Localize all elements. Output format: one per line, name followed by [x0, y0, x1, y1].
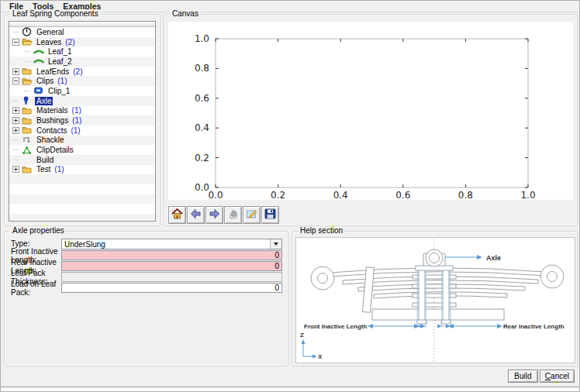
ubolt-rod: [443, 269, 449, 323]
collapse-icon[interactable]: [12, 77, 19, 84]
prop-row-load-on-leaf-pack: Load on Leaf Pack:0: [11, 283, 282, 293]
tree-item-clips[interactable]: Clips(1): [9, 76, 155, 86]
entry-leaf-pack-thickness: [61, 272, 282, 282]
tree-connector: [12, 32, 19, 33]
front-inactive-length-label: Front Inactive Length: [304, 323, 367, 330]
canvas-panel-title: Canvas: [170, 9, 201, 19]
window-bottom-edge: [1, 387, 579, 392]
axle-label: Axle: [486, 254, 501, 262]
combobox-dropdown-button[interactable]: [270, 239, 281, 249]
tree-item-count: (2): [65, 38, 74, 46]
save-icon: [264, 208, 276, 222]
tree-item-bushings[interactable]: Bushings(1): [9, 115, 155, 126]
power-icon: [22, 27, 33, 36]
y-tick-label: 0.8: [183, 64, 209, 73]
back-button[interactable]: [187, 206, 205, 224]
tree-column-heading: [9, 22, 155, 27]
bottom-plate: [372, 309, 504, 320]
x-tick-label: 0.4: [327, 191, 354, 200]
tree-item-label: Shackle: [35, 136, 66, 144]
arrow-head-icon: [477, 255, 482, 260]
clipdetails-icon: [22, 146, 33, 155]
pan-icon: [228, 208, 239, 222]
tree-item-general[interactable]: General: [9, 27, 155, 37]
tree-item-test[interactable]: Test(1): [9, 165, 155, 175]
tree-empty-row: [9, 194, 155, 205]
tree-item-count: (1): [71, 126, 80, 135]
tree-item-leaf-2[interactable]: Leaf_2: [9, 57, 155, 67]
tree-item-label: Leaf_2: [47, 57, 74, 66]
tree-indent: [12, 86, 24, 96]
cancel-button[interactable]: Cancel: [540, 370, 575, 383]
tree-item-count: (1): [54, 165, 64, 174]
tree-item-label: ClipDetails: [35, 146, 75, 154]
expand-icon[interactable]: [12, 107, 19, 114]
app-window: FileToolsExamples Leaf Spring Components…: [0, 0, 580, 392]
y-tick-label: 0.2: [183, 153, 209, 163]
tree-item-label: Axle: [35, 97, 53, 105]
axle-annotation: Axle: [445, 254, 501, 262]
home-button[interactable]: [168, 206, 186, 224]
tree-item-count: (2): [73, 67, 82, 76]
pin-icon: [22, 96, 33, 105]
shackle-icon: [22, 136, 33, 145]
tree-item-clipdetails[interactable]: ClipDetails: [9, 145, 155, 155]
rear-eye-inner: [547, 272, 558, 282]
tree-item-label: General: [35, 28, 66, 36]
axle-properties-title: Axle properties: [10, 226, 67, 236]
expand-icon[interactable]: [12, 166, 19, 173]
ubolt-nut: [441, 320, 451, 324]
tree-item-leafends[interactable]: LeafEnds(2): [9, 67, 155, 77]
entry-front-inactive-length[interactable]: 0: [61, 250, 282, 260]
axle-circle-inner: [430, 253, 440, 263]
tree-item-shackle[interactable]: Shackle: [9, 136, 155, 146]
tree-item-materials[interactable]: Materials(1): [9, 106, 155, 116]
chevron-down-icon: [274, 242, 278, 246]
tree-item-clip-1[interactable]: Clip_1: [9, 86, 155, 96]
folder-open-icon: [22, 37, 33, 46]
expand-icon[interactable]: [12, 117, 19, 124]
tree-panel-title: Leaf Spring Components: [10, 9, 101, 19]
tree-indent: [12, 57, 24, 67]
type-combobox[interactable]: UnderSlung: [61, 239, 282, 249]
x-tick-label: 0.6: [390, 191, 416, 200]
tree-indent: [12, 46, 24, 57]
front-eye-inner: [318, 273, 328, 284]
expand-icon[interactable]: [12, 127, 19, 134]
entry-load-on-leaf-pack[interactable]: 0: [61, 283, 282, 293]
tree-connector: [24, 51, 30, 52]
forward-button[interactable]: [205, 206, 223, 224]
tree-item-leaf-1[interactable]: Leaf_1: [9, 46, 155, 57]
collapse-icon[interactable]: [12, 39, 19, 46]
tree-item-label: Leaves: [35, 38, 63, 46]
tree-empty-row: [9, 174, 155, 184]
configure-subplots-icon: [246, 208, 257, 222]
x-tick-label: 0.2: [265, 191, 292, 200]
matplotlib-canvas[interactable]: 1.00.80.60.40.20.00.00.20.40.60.81.0: [168, 22, 573, 200]
entry-rear-inactive-length[interactable]: 0: [61, 261, 282, 271]
folder-icon: [22, 106, 33, 115]
tree-connector: [12, 101, 19, 101]
folder-icon: [22, 126, 33, 135]
tree-empty-row: [9, 204, 155, 214]
expand-icon[interactable]: [12, 68, 19, 75]
axis-triad: Z X: [300, 332, 323, 360]
build-button[interactable]: Build: [508, 370, 538, 383]
tree-item-contacts[interactable]: Contacts(1): [9, 126, 155, 136]
configure-subplots-button[interactable]: [243, 206, 261, 224]
pan-button[interactable]: [224, 206, 242, 224]
y-tick-label: 0.4: [183, 123, 209, 132]
x-axis-label: X: [318, 353, 323, 360]
tree-item-label: Test: [35, 165, 52, 174]
component-tree[interactable]: GeneralLeaves(2)Leaf_1Leaf_2LeafEnds(2)C…: [9, 21, 156, 222]
tree-item-label: Clips: [35, 77, 55, 85]
tree-connector: [12, 150, 19, 150]
x-tick-label: 0.8: [452, 191, 478, 200]
x-tick-label: 1.0: [515, 191, 541, 200]
tree-item-axle[interactable]: Axle: [9, 96, 155, 106]
tree-item-build[interactable]: Build: [9, 155, 155, 165]
tree-item-leaves[interactable]: Leaves(2): [9, 37, 155, 47]
none-icon: [22, 155, 33, 164]
rear-inactive-length-label: Rear Inactive Length: [503, 323, 564, 330]
save-button[interactable]: [261, 206, 279, 224]
